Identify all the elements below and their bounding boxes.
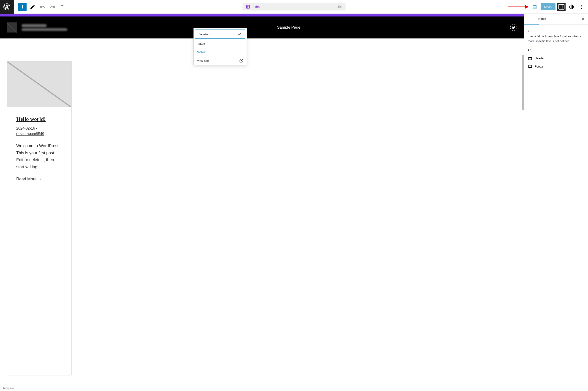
view-site-label: View site xyxy=(197,59,209,63)
annotation-arrow xyxy=(508,5,529,8)
list-view-button[interactable] xyxy=(59,3,67,11)
tools-button[interactable] xyxy=(28,3,37,11)
template-heading-partial: x xyxy=(528,29,584,33)
wordpress-icon xyxy=(3,3,11,11)
view-option-mobile[interactable]: Mobile xyxy=(194,48,247,56)
site-logo-placeholder[interactable] xyxy=(7,22,17,32)
settings-toggle[interactable] xyxy=(557,3,566,11)
content-area: Hello world! 2024-02-16 · razanuwuco9549… xyxy=(0,38,524,382)
featured-image-placeholder[interactable] xyxy=(7,62,71,107)
template-description-partial: d as a fallback template for all es when… xyxy=(528,34,584,44)
view-dropdown: Desktop Tablet Mobile View site xyxy=(194,28,247,65)
post-title[interactable]: Hello world! xyxy=(16,116,62,122)
styles-button[interactable] xyxy=(567,3,576,11)
template-icon xyxy=(246,4,250,9)
add-block-button[interactable] xyxy=(18,3,27,11)
sidebar-icon xyxy=(557,3,566,11)
toolbar-left xyxy=(14,3,67,11)
twitter-icon xyxy=(512,26,515,29)
announcement-bar xyxy=(0,14,524,16)
sidebar-tabs: Block xyxy=(524,14,588,25)
areas-heading-partial: AS xyxy=(528,49,584,52)
top-toolbar: Index ⌘K Saved xyxy=(0,0,588,14)
view-site-link[interactable]: View site xyxy=(194,56,247,65)
footer-icon xyxy=(528,64,532,69)
post-card[interactable]: Hello world! 2024-02-16 · razanuwuco9549… xyxy=(7,61,72,376)
svg-line-9 xyxy=(241,59,243,61)
svg-point-8 xyxy=(581,8,582,9)
scrollbar[interactable] xyxy=(522,55,524,110)
shortcut-hint: ⌘K xyxy=(337,5,342,8)
svg-rect-0 xyxy=(246,5,249,8)
pencil-icon xyxy=(30,4,35,10)
view-option-desktop[interactable]: Desktop xyxy=(195,29,245,39)
post-excerpt[interactable]: Welcome to WordPress. This is your first… xyxy=(16,142,62,170)
svg-point-6 xyxy=(581,5,582,5)
twitter-link[interactable] xyxy=(510,24,517,31)
editor-canvas[interactable]: Sample Page Hello world! 2024-02-16 · ra… xyxy=(0,14,524,385)
external-icon xyxy=(239,59,243,63)
close-icon xyxy=(581,17,585,21)
wp-logo[interactable] xyxy=(0,0,14,14)
breadcrumb-footer: Template xyxy=(0,385,588,391)
document-label: Index xyxy=(246,4,260,9)
close-sidebar-button[interactable] xyxy=(580,16,586,22)
svg-rect-13 xyxy=(528,57,531,58)
site-header: Sample Page xyxy=(0,16,524,38)
check-icon xyxy=(238,32,242,36)
area-footer[interactable]: Footer xyxy=(528,63,584,71)
plus-icon xyxy=(20,4,25,10)
tab-underline xyxy=(524,24,539,25)
view-option-label: Tablet xyxy=(197,42,205,46)
view-option-label: Desktop xyxy=(198,32,209,36)
undo-button[interactable] xyxy=(38,3,47,11)
document-bar[interactable]: Index ⌘K xyxy=(242,3,346,10)
post-date[interactable]: 2024-02-16 xyxy=(16,126,35,130)
svg-rect-3 xyxy=(559,4,564,9)
view-button[interactable] xyxy=(531,3,539,11)
header-icon xyxy=(528,56,532,61)
more-vertical-icon xyxy=(579,4,584,10)
options-button[interactable] xyxy=(578,3,586,11)
read-more-link[interactable]: Read More → xyxy=(16,177,42,181)
document-name: Index xyxy=(253,5,260,9)
list-icon xyxy=(60,4,66,10)
save-button[interactable]: Saved xyxy=(541,3,556,10)
area-header[interactable]: Header xyxy=(528,54,584,63)
area-label: Footer xyxy=(535,65,543,68)
settings-sidebar: Block x d as a fallback template for all… xyxy=(524,14,588,385)
contrast-icon xyxy=(569,4,574,10)
area-label: Header xyxy=(535,57,545,60)
laptop-icon xyxy=(532,4,537,10)
breadcrumb-item[interactable]: Template xyxy=(3,387,14,390)
toolbar-right: Saved xyxy=(508,3,588,11)
tab-block[interactable]: Block xyxy=(535,14,550,24)
site-title-area xyxy=(21,23,67,32)
svg-rect-15 xyxy=(528,67,531,68)
nav-sample-page[interactable]: Sample Page xyxy=(277,25,300,30)
redo-icon xyxy=(50,4,55,10)
view-option-tablet[interactable]: Tablet xyxy=(194,40,247,48)
svg-point-7 xyxy=(581,6,582,7)
undo-icon xyxy=(40,4,45,10)
post-meta: 2024-02-16 · xyxy=(16,126,62,130)
view-option-label: Mobile xyxy=(197,50,206,54)
post-author[interactable]: razanuwuco9549 xyxy=(16,132,62,136)
redo-button[interactable] xyxy=(49,3,57,11)
